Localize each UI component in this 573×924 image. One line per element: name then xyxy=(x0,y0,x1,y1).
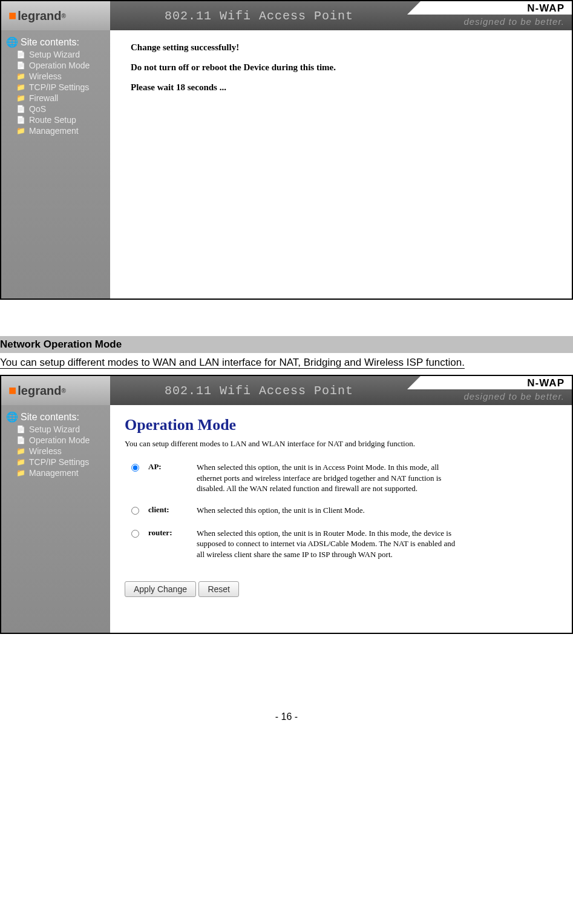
option-label: router: xyxy=(145,526,193,563)
sidebar-item-management[interactable]: 📁Management xyxy=(5,467,106,478)
screenshot-panel-1: ■legrand® 802.11 Wifi Access Point N-WAP… xyxy=(0,0,573,300)
logo-area: ■legrand® xyxy=(1,1,110,30)
folder-icon: 📁 xyxy=(16,83,25,91)
sidebar-item-route-setup[interactable]: 📄Route Setup xyxy=(5,114,106,125)
sidebar-item-wireless[interactable]: 📁Wireless xyxy=(5,446,106,457)
header: ■legrand® 802.11 Wifi Access Point N-WAP… xyxy=(1,376,572,405)
sidebar-item-label: TCP/IP Settings xyxy=(29,457,89,467)
sidebar-item-label: QoS xyxy=(29,104,46,114)
sidebar-item-setup-wizard[interactable]: 📄Setup Wizard xyxy=(5,49,106,60)
product-name: N-WAP xyxy=(421,376,572,389)
status-message-warning: Do not turn off or reboot the Device dur… xyxy=(131,62,557,73)
sidebar-item-operation-mode[interactable]: 📄Operation Mode xyxy=(5,435,106,446)
header-right: N-WAP designed to be better. xyxy=(421,376,572,405)
folder-icon: 📁 xyxy=(16,127,25,135)
document-icon: 📄 xyxy=(16,61,25,70)
sidebar-title-label: Site contents: xyxy=(21,412,79,423)
sidebar-item-management[interactable]: 📁Management xyxy=(5,125,106,136)
header-right: N-WAP designed to be better. xyxy=(421,1,572,30)
sidebar-item-label: Wireless xyxy=(29,446,62,456)
content-area: Change setting successfully! Do not turn… xyxy=(110,30,572,299)
option-row: router:When selected this option, the un… xyxy=(125,526,463,563)
product-tagline: designed to be better. xyxy=(421,389,572,405)
header: ■legrand® 802.11 Wifi Access Point N-WAP… xyxy=(1,1,572,30)
mode-radio-router[interactable] xyxy=(131,530,139,538)
section-description: You can setup different modes to WAN and… xyxy=(0,353,573,375)
sidebar-item-label: Operation Mode xyxy=(29,61,90,70)
sidebar-item-tcp-ip-settings[interactable]: 📁TCP/IP Settings xyxy=(5,82,106,93)
option-label: AP: xyxy=(145,460,193,497)
header-title-label: 802.11 Wifi Access Point xyxy=(165,384,353,398)
globe-icon: 🌐 xyxy=(6,36,18,48)
sidebar-item-label: Setup Wizard xyxy=(29,424,80,434)
reset-button[interactable]: Reset xyxy=(198,581,239,597)
folder-icon: 📁 xyxy=(16,447,25,455)
content-area: Operation Mode You can setup different m… xyxy=(110,405,572,633)
document-icon: 📄 xyxy=(16,50,25,59)
sidebar-item-label: Management xyxy=(29,468,79,478)
option-description: When selected this option, the unit is i… xyxy=(193,526,463,563)
brand-logo-label: legrand xyxy=(18,9,61,23)
brand-logo-label: legrand xyxy=(18,384,61,398)
sidebar-item-tcp-ip-settings[interactable]: 📁TCP/IP Settings xyxy=(5,457,106,467)
document-icon: 📄 xyxy=(16,436,25,444)
folder-icon: 📁 xyxy=(16,458,25,466)
header-title: 802.11 Wifi Access Point N-WAP designed … xyxy=(110,1,572,30)
sidebar-item-wireless[interactable]: 📁Wireless xyxy=(5,71,106,82)
status-message-wait: Please wait 18 seconds ... xyxy=(131,82,557,93)
sidebar-item-label: Wireless xyxy=(29,71,62,81)
section-heading: Network Operation Mode xyxy=(0,336,573,353)
logo-area: ■legrand® xyxy=(1,376,110,405)
brand-logo: ■legrand® xyxy=(8,383,66,398)
document-icon: 📄 xyxy=(16,105,25,113)
option-description: When selected this option, the unit is i… xyxy=(193,503,463,520)
option-label: client: xyxy=(145,503,193,520)
mode-radio-ap[interactable] xyxy=(131,464,139,472)
status-message-success: Change setting successfully! xyxy=(131,42,557,53)
sidebar-item-label: Operation Mode xyxy=(29,435,90,445)
sidebar-item-label: Setup Wizard xyxy=(29,50,80,59)
sidebar-item-label: Management xyxy=(29,126,79,136)
document-icon: 📄 xyxy=(16,425,25,434)
brand-logo: ■legrand® xyxy=(8,8,66,24)
sidebar-item-setup-wizard[interactable]: 📄Setup Wizard xyxy=(5,424,106,435)
page-footer: - 16 - xyxy=(0,695,573,733)
header-title: 802.11 Wifi Access Point N-WAP designed … xyxy=(110,376,572,405)
operation-mode-options: AP:When selected this option, the unit i… xyxy=(125,460,463,568)
sidebar: 🌐 Site contents: 📄Setup Wizard📄Operation… xyxy=(1,30,110,299)
sidebar-item-label: Firewall xyxy=(29,93,58,103)
sidebar-title: 🌐 Site contents: xyxy=(6,411,106,423)
page-description: You can setup different modes to LAN and… xyxy=(125,439,557,449)
option-row: AP:When selected this option, the unit i… xyxy=(125,460,463,497)
product-name: N-WAP xyxy=(421,1,572,15)
folder-icon: 📁 xyxy=(16,469,25,477)
folder-icon: 📁 xyxy=(16,94,25,102)
option-row: client:When selected this option, the un… xyxy=(125,503,463,520)
sidebar-title: 🌐 Site contents: xyxy=(6,36,106,48)
option-description: When selected this option, the unit is i… xyxy=(193,460,463,497)
sidebar-title-label: Site contents: xyxy=(21,37,79,48)
logo-square-icon: ■ xyxy=(8,8,16,24)
logo-square-icon: ■ xyxy=(8,383,16,398)
sidebar-item-label: TCP/IP Settings xyxy=(29,82,89,92)
sidebar-item-label: Route Setup xyxy=(29,115,76,125)
sidebar: 🌐 Site contents: 📄Setup Wizard📄Operation… xyxy=(1,405,110,633)
apply-change-button[interactable]: Apply Change xyxy=(125,581,196,597)
document-icon: 📄 xyxy=(16,116,25,124)
sidebar-item-qos[interactable]: 📄QoS xyxy=(5,104,106,114)
sidebar-item-firewall[interactable]: 📁Firewall xyxy=(5,93,106,104)
folder-icon: 📁 xyxy=(16,72,25,81)
page-title: Operation Mode xyxy=(125,416,557,434)
screenshot-panel-2: ■legrand® 802.11 Wifi Access Point N-WAP… xyxy=(0,375,573,634)
mode-radio-client[interactable] xyxy=(131,507,139,515)
globe-icon: 🌐 xyxy=(6,411,18,423)
header-title-label: 802.11 Wifi Access Point xyxy=(165,9,353,23)
product-tagline: designed to be better. xyxy=(421,15,572,30)
sidebar-item-operation-mode[interactable]: 📄Operation Mode xyxy=(5,60,106,71)
